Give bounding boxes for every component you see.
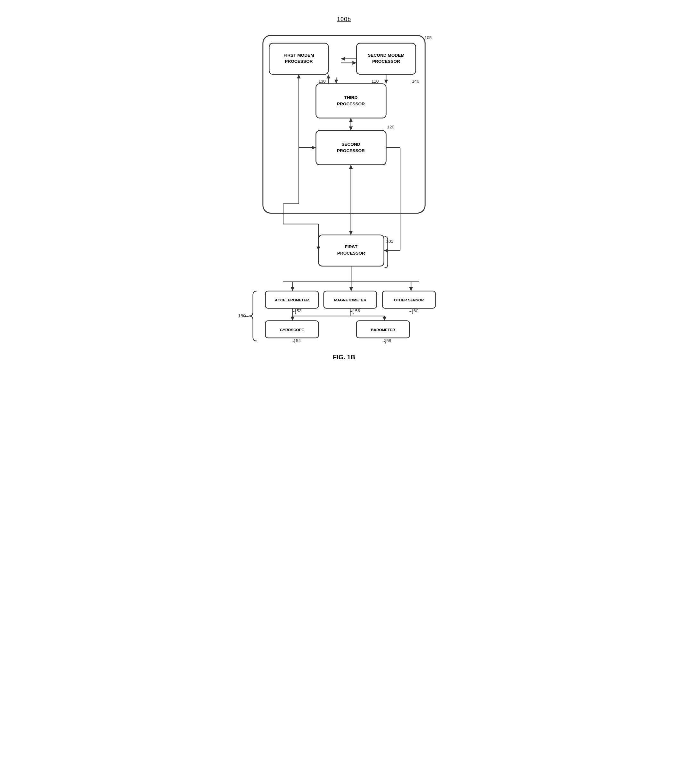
diagram-svg: 105 FIRST MODEM PROCESSOR SECOND MODEM P… [225, 29, 463, 347]
svg-marker-8 [334, 80, 338, 84]
label-110: 110 [372, 79, 379, 84]
svg-marker-43 [409, 287, 413, 291]
svg-rect-3 [316, 84, 386, 118]
svg-marker-21 [349, 127, 353, 131]
svg-marker-10 [326, 74, 330, 79]
svg-marker-20 [349, 118, 353, 122]
first-modem-label2: PROCESSOR [285, 59, 313, 64]
svg-marker-16 [352, 61, 357, 65]
svg-marker-14 [341, 57, 345, 61]
page-container: 100b 105 FIRST MODEM PROCESSOR SECOND MO… [219, 7, 469, 374]
diagram-title: 100b [225, 16, 463, 23]
svg-marker-23 [349, 231, 353, 235]
first-proc-label2: PROCESSOR [337, 251, 365, 255]
third-proc-label: THIRD [344, 95, 358, 100]
svg-marker-48 [291, 317, 295, 321]
svg-marker-35 [312, 146, 316, 150]
diagram-area: 105 FIRST MODEM PROCESSOR SECOND MODEM P… [225, 29, 463, 347]
label-156: 156 [353, 308, 360, 313]
barometer-label: BAROMETER [371, 328, 395, 332]
svg-marker-18 [384, 80, 388, 84]
svg-rect-4 [316, 130, 386, 165]
svg-marker-41 [349, 287, 353, 291]
third-proc-label2: PROCESSOR [337, 102, 365, 106]
label-130: 130 [318, 79, 326, 84]
first-proc-label: FIRST [345, 244, 358, 249]
first-modem-label: FIRST MODEM [283, 53, 314, 58]
svg-marker-28 [316, 247, 320, 251]
fig-label: FIG. 1B [225, 354, 463, 361]
label-105: 105 [425, 35, 432, 40]
svg-marker-39 [291, 287, 295, 291]
gyroscope-label: GYROSCOPE [280, 328, 304, 332]
svg-marker-33 [384, 249, 388, 252]
accelerometer-label: ACCELEROMETER [275, 298, 309, 302]
label-101: 101 [386, 239, 393, 244]
svg-marker-52 [383, 317, 387, 321]
second-proc-label2: PROCESSOR [337, 148, 365, 153]
svg-marker-12 [297, 74, 301, 79]
second-modem-label: SECOND MODEM [368, 53, 404, 58]
magnetometer-label: MAGNETOMETER [334, 298, 366, 302]
label-150: 150 [238, 313, 246, 318]
other-sensor-label: OTHER SENSOR [394, 298, 424, 302]
svg-marker-24 [349, 165, 353, 169]
second-modem-label2: PROCESSOR [372, 59, 400, 64]
label-120: 120 [387, 125, 394, 129]
second-proc-label: SECOND [341, 142, 360, 147]
label-140: 140 [412, 79, 419, 84]
